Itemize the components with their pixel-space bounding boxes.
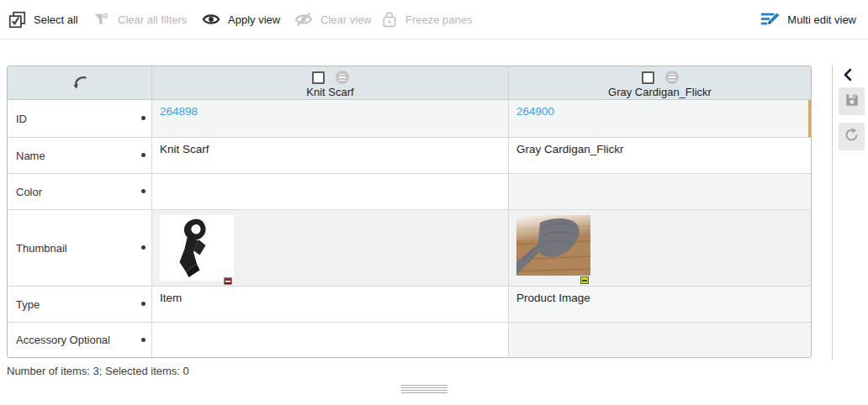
select-all-button[interactable]: Select all <box>8 0 78 39</box>
cell-id-gray-cardigan[interactable]: 264900 <box>509 100 811 138</box>
row-name: Name Knit Scarf Gray Cardigan_Flickr <box>8 138 811 174</box>
multi-edit-view-label: Multi edit view <box>787 13 856 26</box>
eye-slash-icon <box>294 10 313 29</box>
row-header-name: Name <box>8 138 152 174</box>
id-link[interactable]: 264900 <box>516 105 554 118</box>
filter-clear-icon <box>93 11 110 29</box>
thumbnail-status-badge <box>224 277 232 285</box>
row-accessory-optional: Accessory Optional <box>8 323 811 357</box>
column-select-checkbox[interactable] <box>642 71 654 84</box>
row-label: Color <box>16 186 42 198</box>
cell-thumbnail-knit-scarf[interactable] <box>152 210 509 287</box>
row-header-type: Type <box>8 287 152 323</box>
row-header-thumbnail: Thumbnail <box>8 210 152 287</box>
cell-type-gray-cardigan[interactable]: Product Image <box>509 287 811 323</box>
eye-icon <box>202 10 220 29</box>
row-header-accessory-optional: Accessory Optional <box>8 323 152 357</box>
row-color: Color <box>8 174 811 210</box>
column-title: Knit Scarf <box>306 86 353 98</box>
refresh-icon <box>844 127 860 146</box>
select-all-label: Select all <box>34 13 78 26</box>
collapse-panel-button[interactable] <box>840 67 855 82</box>
cell-type-knit-scarf[interactable]: Item <box>152 287 509 323</box>
apply-view-label: Apply view <box>228 13 280 26</box>
panel-divider <box>832 66 833 360</box>
id-link[interactable]: 264898 <box>160 105 198 118</box>
attribute-dot <box>141 338 146 342</box>
cell-thumbnail-gray-cardigan[interactable] <box>509 210 811 287</box>
cell-accessory-gray-cardigan[interactable] <box>509 323 811 357</box>
multi-edit-view-button[interactable]: Multi edit view <box>760 0 856 39</box>
chevron-left-icon <box>840 71 855 85</box>
attribute-dot <box>141 153 146 157</box>
cell-name-gray-cardigan[interactable]: Gray Cardigan_Flickr <box>509 138 811 174</box>
freeze-panes-label: Freeze panes <box>405 13 473 26</box>
attribute-dot <box>141 245 146 250</box>
grid-corner-cell[interactable] <box>8 66 152 100</box>
cell-id-knit-scarf[interactable]: 264898 <box>152 100 509 138</box>
toolbar: Select all Clear all filters Apply view … <box>0 0 868 39</box>
cell-color-knit-scarf[interactable] <box>152 174 509 210</box>
attribute-dot <box>141 189 146 193</box>
knit-scarf-photo[interactable] <box>160 215 234 283</box>
gray-cardigan-photo[interactable] <box>516 215 590 278</box>
multi-edit-icon <box>760 10 780 29</box>
row-header-color: Color <box>8 174 152 210</box>
column-menu-icon[interactable] <box>665 71 679 84</box>
row-label: ID <box>16 113 27 125</box>
cell-accessory-knit-scarf[interactable] <box>152 323 509 357</box>
row-thumbnail: Thumbnail <box>8 210 811 287</box>
column-menu-icon[interactable] <box>336 71 349 84</box>
attribute-dot <box>141 116 146 120</box>
cell-color-gray-cardigan[interactable] <box>509 174 811 210</box>
column-header-gray-cardigan[interactable]: Gray Cardigan_Flickr <box>509 66 811 100</box>
save-button[interactable] <box>839 87 865 115</box>
resize-grip[interactable] <box>401 385 447 394</box>
thumbnail-status-badge <box>580 276 589 284</box>
status-bar: Number of items: 3; Selected items: 0 <box>7 365 189 377</box>
freeze-panes-button[interactable]: Freeze panes <box>381 0 473 39</box>
row-label: Accessory Optional <box>16 334 110 346</box>
clear-view-button[interactable]: Clear view <box>294 0 372 39</box>
product-grid: Knit Scarf Gray Cardigan_Flickr ID 26489… <box>7 66 812 358</box>
clear-all-filters-button[interactable]: Clear all filters <box>93 0 187 39</box>
attribute-dot <box>141 302 146 306</box>
lock-icon <box>381 11 398 28</box>
select-all-icon <box>8 11 26 29</box>
refresh-button[interactable] <box>839 123 865 150</box>
row-label: Type <box>16 298 40 311</box>
row-label: Name <box>16 150 45 162</box>
row-label: Thumbnail <box>16 242 67 255</box>
save-icon <box>844 92 860 111</box>
rotate-arrow-icon <box>71 72 89 94</box>
column-select-checkbox[interactable] <box>312 71 325 84</box>
row-header-id: ID <box>8 100 152 138</box>
row-type: Type Item Product Image <box>8 287 811 323</box>
apply-view-button[interactable]: Apply view <box>202 0 280 39</box>
row-id: ID 264898 264900 <box>8 100 811 138</box>
column-header-knit-scarf[interactable]: Knit Scarf <box>152 66 509 100</box>
app-window: Select all Clear all filters Apply view … <box>0 0 868 405</box>
grid-header-row: Knit Scarf Gray Cardigan_Flickr <box>8 66 811 100</box>
cell-name-knit-scarf[interactable]: Knit Scarf <box>152 138 509 174</box>
column-title: Gray Cardigan_Flickr <box>608 86 712 98</box>
clear-view-label: Clear view <box>320 13 372 26</box>
clear-all-filters-label: Clear all filters <box>118 13 187 26</box>
